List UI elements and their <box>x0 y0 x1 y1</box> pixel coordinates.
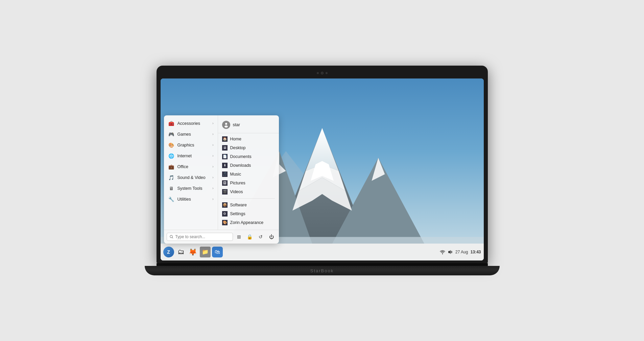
clock-date: 27 Aug 13:43 <box>455 250 481 254</box>
menu-item-accessories[interactable]: 🧰 Accessories › <box>164 118 218 129</box>
home-icon: 🏠 <box>222 136 228 142</box>
webcam-dot-right <box>326 72 328 74</box>
pictures-icon: 🖼 <box>222 180 228 186</box>
accessories-icon: 🧰 <box>168 120 175 127</box>
webcam-lens <box>321 72 324 74</box>
videos-icon: 🎬 <box>222 189 228 195</box>
webcam-bar <box>161 70 484 76</box>
grid-view-button[interactable]: ⊞ <box>234 232 244 242</box>
laptop-brand-label: StarBook <box>310 268 334 273</box>
taskbar-firefox-icon[interactable]: 🦊 <box>188 247 198 257</box>
laptop-wrapper: 🧰 Accessories › 🎮 Games › 🎨 <box>145 66 500 275</box>
taskbar: Z 🗂 🦊 📁 🛍 <box>161 244 484 260</box>
taskbar-files-icon[interactable]: 🗂 <box>175 247 186 257</box>
menu-categories: 🧰 Accessories › 🎮 Games › 🎨 <box>164 115 218 230</box>
svg-point-15 <box>170 235 172 237</box>
menu-link-settings[interactable]: ⚙ Settings <box>218 209 279 218</box>
menu-divider <box>222 198 275 199</box>
arrow-icon: › <box>212 197 213 201</box>
menu-right-panel: star 🏠 Home 🖥 Desktop <box>218 115 279 230</box>
svg-marker-17 <box>448 250 451 254</box>
menu-item-internet[interactable]: 🌐 Internet › <box>164 151 218 161</box>
lock-button[interactable]: 🔒 <box>245 232 255 242</box>
system-tools-icon: 🖥 <box>168 185 175 192</box>
menu-link-music[interactable]: 🎵 Music <box>218 170 279 179</box>
taskbar-left: Z 🗂 🦊 📁 🛍 <box>163 247 223 257</box>
arrow-icon: › <box>212 165 213 168</box>
menu-link-zorin-appearance[interactable]: 🎨 Zorin Appearance <box>218 218 279 227</box>
search-input[interactable] <box>175 234 230 239</box>
system-tray <box>440 249 453 255</box>
laptop-base: StarBook <box>145 266 500 275</box>
arrow-icon: › <box>212 154 213 158</box>
downloads-icon: ⬇ <box>222 163 228 168</box>
clock-time: 13:43 <box>471 250 481 254</box>
office-icon: 💼 <box>168 163 175 170</box>
menu-item-system-tools[interactable]: 🖥 System Tools › <box>164 183 218 194</box>
desktop-icon: 🖥 <box>222 145 228 151</box>
taskbar-filemanager-icon[interactable]: 📁 <box>200 247 211 257</box>
arrow-icon: › <box>212 121 213 125</box>
svg-point-14 <box>224 126 228 128</box>
avatar <box>222 121 230 129</box>
taskbar-right: 27 Aug 13:43 <box>440 249 481 255</box>
menu-item-office[interactable]: 💼 Office › <box>164 161 218 172</box>
user-row: star <box>218 118 279 133</box>
menu-link-documents[interactable]: 📄 Documents <box>218 152 279 161</box>
menu-item-utilities[interactable]: 🔧 Utilities › <box>164 194 218 205</box>
internet-icon: 🌐 <box>168 153 175 159</box>
menu-item-sound-video[interactable]: 🎵 Sound & Video › <box>164 172 218 183</box>
software-icon: 📦 <box>222 202 228 208</box>
laptop-hinge <box>157 263 488 266</box>
arrow-icon: › <box>212 132 213 136</box>
menu-item-graphics[interactable]: 🎨 Graphics › <box>164 140 218 151</box>
music-icon: 🎵 <box>222 172 228 177</box>
arrow-icon: › <box>212 143 213 147</box>
games-icon: 🎮 <box>168 131 175 138</box>
documents-icon: 📄 <box>222 154 228 159</box>
username: star <box>233 122 240 127</box>
menu-link-videos[interactable]: 🎬 Videos <box>218 187 279 196</box>
search-bar[interactable] <box>167 233 233 241</box>
menu-link-home[interactable]: 🏠 Home <box>218 135 279 143</box>
zorin-appearance-icon: 🎨 <box>222 220 228 225</box>
menu-link-desktop[interactable]: 🖥 Desktop <box>218 143 279 152</box>
start-menu: 🧰 Accessories › 🎮 Games › 🎨 <box>164 115 279 244</box>
search-icon <box>170 235 173 239</box>
power-button[interactable]: ⏻ <box>267 232 276 242</box>
volume-icon <box>447 249 453 255</box>
settings-icon: ⚙ <box>222 211 228 217</box>
menu-bottom: ⊞ 🔒 ↺ ⏻ <box>164 230 279 244</box>
arrow-icon: › <box>212 176 213 179</box>
laptop-lid: 🧰 Accessories › 🎮 Games › 🎨 <box>157 66 488 263</box>
screen-bezel: 🧰 Accessories › 🎮 Games › 🎨 <box>161 78 484 260</box>
screen: 🧰 Accessories › 🎮 Games › 🎨 <box>161 78 484 260</box>
graphics-icon: 🎨 <box>168 142 175 149</box>
menu-link-pictures[interactable]: 🖼 Pictures <box>218 179 279 187</box>
menu-item-games[interactable]: 🎮 Games › <box>164 129 218 140</box>
wifi-icon <box>440 249 445 255</box>
webcam-dot-left <box>317 72 319 74</box>
utilities-icon: 🔧 <box>168 196 175 203</box>
refresh-button[interactable]: ↺ <box>256 232 265 242</box>
menu-link-software[interactable]: 📦 Software <box>218 201 279 209</box>
menu-link-downloads[interactable]: ⬇ Downloads <box>218 161 279 170</box>
menu-body: 🧰 Accessories › 🎮 Games › 🎨 <box>164 115 279 230</box>
arrow-icon: › <box>212 186 213 190</box>
taskbar-store-icon[interactable]: 🛍 <box>212 247 223 257</box>
sound-video-icon: 🎵 <box>168 174 175 181</box>
svg-point-13 <box>225 123 227 125</box>
svg-line-16 <box>172 237 173 238</box>
zorin-menu-button[interactable]: Z <box>163 247 174 257</box>
